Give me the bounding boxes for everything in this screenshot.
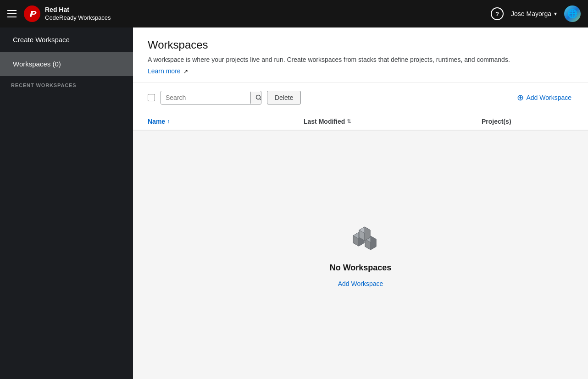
page-description: A workspace is where your projects live …: [148, 55, 573, 65]
topnav-right: ? Jose Mayorga ▾ 🌐: [491, 5, 581, 22]
svg-marker-11: [371, 236, 376, 250]
search-input[interactable]: [161, 91, 250, 104]
recent-workspaces-label: RECENT WORKSPACES: [0, 76, 133, 91]
svg-rect-1: [7, 13, 17, 14]
avatar[interactable]: 🌐: [564, 5, 581, 22]
sidebar: Create Workspace Workspaces (0) RECENT W…: [0, 27, 133, 379]
topnav: Red Hat CodeReady Workspaces ? Jose Mayo…: [0, 0, 588, 27]
add-workspace-label: Add Workspace: [526, 94, 571, 101]
page-title: Workspaces: [148, 38, 573, 51]
user-menu[interactable]: Jose Mayorga ▾: [511, 10, 557, 17]
empty-add-workspace-link[interactable]: Add Workspace: [338, 280, 383, 287]
main-header: Workspaces A workspace is where your pro…: [133, 27, 588, 82]
toolbar: Delete ⊕ Add Workspace: [133, 82, 588, 113]
redhat-logo-icon: [24, 5, 40, 22]
svg-point-4: [256, 95, 261, 99]
add-icon: ⊕: [517, 93, 524, 103]
brand-text: Red Hat CodeReady Workspaces: [45, 5, 111, 22]
layout: Create Workspace Workspaces (0) RECENT W…: [0, 27, 588, 379]
table-header: Name ↑ Last Modified ⇅ Project(s): [133, 113, 588, 131]
main-content: Workspaces A workspace is where your pro…: [133, 27, 588, 379]
sidebar-item-create-workspace[interactable]: Create Workspace: [0, 27, 133, 52]
delete-button[interactable]: Delete: [267, 91, 301, 104]
search-button[interactable]: [250, 92, 261, 104]
svg-line-5: [260, 99, 262, 101]
col-projects-label: Project(s): [482, 118, 511, 125]
create-workspace-label: Create Workspace: [13, 36, 70, 44]
col-projects-header: Project(s): [482, 118, 573, 125]
empty-state-title: No Workspaces: [330, 263, 392, 273]
user-name: Jose Mayorga: [511, 10, 551, 17]
add-workspace-button[interactable]: ⊕ Add Workspace: [515, 90, 573, 105]
search-box: [161, 91, 261, 104]
hamburger-button[interactable]: [7, 10, 17, 17]
select-all-checkbox[interactable]: [148, 94, 155, 101]
help-button[interactable]: ?: [491, 7, 504, 20]
col-modified-label: Last Modified: [304, 118, 345, 125]
search-icon: [255, 94, 261, 101]
svg-rect-0: [7, 10, 17, 11]
sort-name-icon[interactable]: ↑: [167, 118, 170, 125]
empty-state-icon: [344, 223, 377, 256]
brand: Red Hat CodeReady Workspaces: [24, 5, 491, 22]
col-name-label[interactable]: Name: [148, 118, 165, 125]
learn-more-container: Learn more ↗: [148, 67, 573, 75]
sidebar-item-workspaces[interactable]: Workspaces (0): [0, 52, 133, 76]
svg-rect-2: [7, 16, 17, 17]
external-link-icon: ↗: [183, 68, 188, 75]
col-name-header: Name ↑: [148, 118, 304, 125]
user-chevron-icon: ▾: [554, 11, 557, 17]
learn-more-link[interactable]: Learn more: [148, 67, 181, 75]
empty-state: No Workspaces Add Workspace: [133, 131, 588, 379]
col-modified-header: Last Modified ⇅: [304, 118, 482, 125]
sort-modified-icon[interactable]: ⇅: [347, 118, 351, 125]
workspaces-label: Workspaces (0): [13, 60, 61, 68]
